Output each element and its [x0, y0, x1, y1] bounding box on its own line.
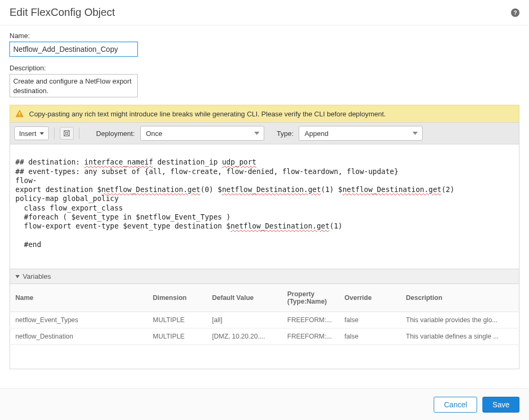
- cli-editor[interactable]: ## destination: interface_nameif destina…: [10, 144, 519, 269]
- expand-grid-icon: [63, 130, 70, 137]
- cell-description: This variable provides the glo...: [401, 312, 519, 328]
- description-label: Description:: [10, 64, 519, 72]
- separator: [54, 127, 55, 139]
- type-select[interactable]: Append: [299, 126, 423, 141]
- deployment-select[interactable]: Once: [140, 126, 264, 141]
- chevron-down-icon: [40, 132, 44, 135]
- cancel-button[interactable]: Cancel: [434, 397, 477, 413]
- table-row[interactable]: netflow_DestinationMULTIPLE[DMZ, 10.20.2…: [10, 328, 519, 345]
- cell-override: false: [339, 328, 401, 345]
- col-name: Name: [10, 284, 148, 312]
- cell-property: FREEFORM:...: [282, 328, 339, 345]
- variables-section-label: Variables: [23, 272, 51, 280]
- type-label: Type:: [277, 130, 294, 138]
- col-property: Property (Type:Name): [282, 284, 339, 312]
- col-override: Override: [339, 284, 401, 312]
- cell-dimension: MULTIPLE: [148, 328, 207, 345]
- page-title: Edit FlexConfig Object: [10, 6, 115, 19]
- variables-table: Name Dimension Default Value Property (T…: [10, 284, 519, 369]
- deployment-label: Deployment:: [96, 130, 135, 138]
- cell-description: This variable defines a single ...: [401, 328, 519, 345]
- save-button[interactable]: Save: [482, 397, 519, 413]
- deployment-value: Once: [146, 130, 163, 138]
- table-row[interactable]: netflow_Event_TypesMULTIPLE[all]FREEFORM…: [10, 312, 519, 328]
- expand-grid-button[interactable]: [60, 127, 74, 140]
- svg-rect-0: [19, 112, 20, 115]
- description-field[interactable]: [10, 74, 138, 97]
- cell-name: netflow_Destination: [10, 328, 148, 345]
- svg-rect-1: [19, 115, 20, 116]
- svg-rect-3: [66, 132, 68, 134]
- cell-property: FREEFORM:...: [282, 312, 339, 328]
- editor-toolbar: Insert Deployment: Once Type: Append: [10, 122, 519, 144]
- name-field[interactable]: [10, 42, 138, 57]
- warning-banner: Copy-pasting any rich text might introdu…: [10, 105, 519, 122]
- cell-dimension: MULTIPLE: [148, 312, 207, 328]
- dialog-footer: Cancel Save: [0, 388, 529, 420]
- cell-default_value: [DMZ, 10.20.20....: [207, 328, 282, 345]
- col-description: Description: [401, 284, 519, 312]
- cell-name: netflow_Event_Types: [10, 312, 148, 328]
- separator: [79, 127, 79, 139]
- name-label: Name:: [10, 32, 519, 40]
- warning-text: Copy-pasting any rich text might introdu…: [29, 110, 385, 118]
- cell-default_value: [all]: [207, 312, 282, 328]
- insert-label: Insert: [19, 130, 37, 138]
- col-default-value: Default Value: [207, 284, 282, 312]
- warning-icon: [15, 109, 24, 118]
- cell-override: false: [339, 312, 401, 328]
- chevron-down-icon: [254, 132, 259, 135]
- help-icon[interactable]: ?: [511, 8, 519, 17]
- type-value: Append: [304, 130, 328, 138]
- variables-section-header[interactable]: Variables: [10, 269, 519, 284]
- insert-button[interactable]: Insert: [14, 126, 49, 140]
- chevron-down-icon: [413, 132, 418, 135]
- col-dimension: Dimension: [148, 284, 207, 312]
- chevron-down-icon: [15, 275, 20, 278]
